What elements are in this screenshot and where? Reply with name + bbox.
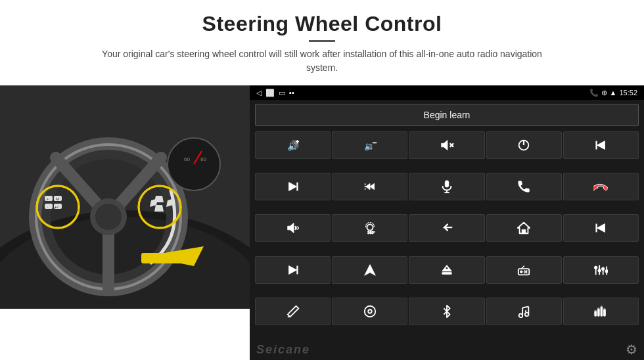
- svg-rect-94: [598, 307, 600, 310]
- svg-marker-23: [154, 205, 164, 212]
- back-button[interactable]: [409, 214, 484, 242]
- svg-text:M: M: [56, 197, 59, 201]
- vol-up-button[interactable]: 🔊+: [255, 131, 331, 159]
- back-nav-icon[interactable]: ◁: [256, 89, 262, 97]
- settings-circle-icon: [363, 304, 377, 319]
- seek-fwd-button[interactable]: [332, 173, 407, 200]
- equalizer-icon: [593, 263, 608, 277]
- prev-track-end-button[interactable]: [563, 131, 639, 159]
- svg-marker-61: [288, 265, 296, 274]
- nav-icon: [363, 263, 377, 277]
- power-button[interactable]: [486, 131, 562, 159]
- svg-rect-95: [601, 306, 603, 309]
- svg-marker-47: [365, 184, 369, 190]
- svg-rect-57: [522, 230, 526, 234]
- status-bar: ◁ ⬜ ▭ ▪▪ 📞 ⊕ ▲ 15:52: [250, 85, 644, 100]
- svg-point-81: [365, 306, 376, 317]
- vol-down-icon: 🔉−: [363, 138, 377, 152]
- phone-button[interactable]: [486, 173, 562, 200]
- camera360-button[interactable]: 360°: [332, 214, 407, 242]
- radio-button[interactable]: [486, 256, 562, 284]
- prev-end-icon: [593, 138, 608, 152]
- pen-icon: [286, 304, 300, 319]
- mic-icon: [440, 179, 454, 194]
- svg-marker-45: [288, 183, 296, 191]
- radio-icon: [517, 263, 531, 277]
- svg-text:360°: 360°: [367, 231, 375, 235]
- page: Steering Wheel Control Your original car…: [0, 0, 644, 360]
- svg-point-54: [367, 225, 373, 231]
- bluetooth-button[interactable]: [409, 298, 484, 325]
- svg-text:60: 60: [184, 156, 190, 162]
- settings-gear-icon[interactable]: ⚙: [626, 342, 637, 357]
- phone-icon: [517, 179, 531, 194]
- recents-nav-icon[interactable]: ▭: [279, 89, 285, 97]
- spectrum-button[interactable]: [563, 298, 639, 325]
- header: Steering Wheel Control Your original car…: [0, 0, 644, 80]
- status-bar-left: ◁ ⬜ ▭ ▪▪: [256, 89, 294, 97]
- svg-marker-48: [370, 184, 374, 190]
- svg-marker-52: [287, 223, 293, 233]
- ff-icon: [286, 263, 300, 277]
- navigation-button[interactable]: [332, 256, 407, 284]
- svg-point-79: [605, 269, 608, 273]
- steering-wheel-panel: + M - ↩ 60 80: [0, 85, 250, 309]
- home-button[interactable]: [486, 214, 562, 242]
- music-button[interactable]: ♪: [486, 298, 562, 325]
- equalizer-button[interactable]: [563, 256, 639, 284]
- steering-wheel-image: + M - ↩ 60 80: [0, 85, 250, 309]
- vol-down-button[interactable]: 🔉−: [332, 131, 407, 159]
- content-area: + M - ↩ 60 80: [0, 85, 644, 360]
- svg-text:+: +: [47, 197, 49, 201]
- svg-text:−: −: [372, 139, 376, 146]
- svg-marker-62: [365, 264, 376, 275]
- camera360-icon: 360°: [363, 221, 377, 235]
- ff-button[interactable]: [255, 256, 331, 284]
- page-title: Steering Wheel Control: [26, 12, 618, 36]
- mute-button[interactable]: [409, 131, 484, 159]
- bt-icon: [440, 304, 454, 319]
- signal-icon: ▪▪: [289, 89, 294, 97]
- title-divider: [309, 40, 335, 42]
- location-icon: ⊕: [601, 89, 607, 97]
- svg-rect-64: [442, 272, 452, 274]
- svg-marker-43: [597, 141, 605, 150]
- svg-text:-: -: [47, 205, 48, 209]
- skip-back-button[interactable]: [563, 214, 639, 242]
- svg-rect-49: [445, 181, 449, 187]
- svg-line-87: [522, 306, 528, 307]
- svg-point-82: [368, 309, 372, 313]
- svg-text:+: +: [295, 139, 298, 145]
- svg-text:♪: ♪: [525, 309, 526, 313]
- svg-marker-59: [597, 224, 605, 233]
- status-bar-right: 📞 ⊕ ▲ 15:52: [589, 89, 637, 97]
- home-nav-icon[interactable]: ⬜: [265, 89, 275, 97]
- mic-button[interactable]: [409, 173, 484, 200]
- begin-learn-button[interactable]: Begin learn: [255, 104, 639, 126]
- settings-circle-button[interactable]: [332, 298, 407, 325]
- svg-rect-14: [45, 204, 53, 209]
- android-panel: ◁ ⬜ ▭ ▪▪ 📞 ⊕ ▲ 15:52 Begin learn: [250, 85, 644, 360]
- seek-fwd-icon: [363, 179, 377, 194]
- music-icon: ♪: [517, 304, 531, 319]
- pen-button[interactable]: [255, 298, 331, 325]
- svg-text:80: 80: [200, 156, 206, 162]
- svg-rect-26: [141, 253, 191, 263]
- time-display: 15:52: [619, 89, 637, 97]
- skip-back-icon: [593, 221, 608, 235]
- svg-point-10: [95, 204, 122, 230]
- header-description: Your original car's steering wheel contr…: [92, 47, 552, 75]
- speaker-button[interactable]: [255, 214, 331, 242]
- spectrum-icon: [593, 304, 608, 319]
- svg-point-67: [520, 271, 523, 273]
- vol-up-icon: 🔊+: [286, 138, 300, 152]
- svg-rect-93: [595, 310, 597, 313]
- eject-icon: [440, 263, 454, 277]
- hang-up-button[interactable]: [563, 173, 639, 200]
- next-track-button[interactable]: [255, 173, 331, 200]
- phone-signal-icon: 📞: [589, 89, 599, 97]
- wifi-icon: ▲: [610, 89, 617, 97]
- eject-button[interactable]: [409, 256, 484, 284]
- hang-up-icon: [593, 179, 608, 194]
- power-icon: [517, 138, 531, 152]
